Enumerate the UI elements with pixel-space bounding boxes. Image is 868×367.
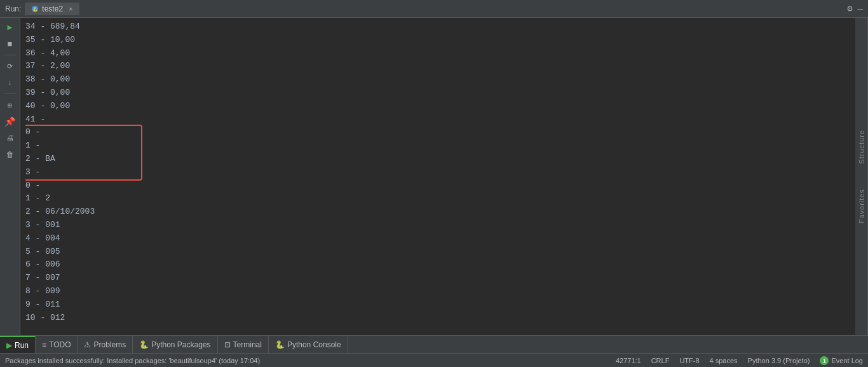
event-log-label: Event Log — [831, 357, 863, 364]
output-area: 34 - 689,84 35 - 10,00 36 - 4,00 37 - 2,… — [20, 18, 855, 335]
tab-todo[interactable]: ≡ TODO — [36, 336, 78, 353]
output-line: 10 - 012 — [25, 312, 850, 325]
tab-problems[interactable]: ⚠ Problems — [78, 336, 133, 353]
run-button[interactable]: ▶ — [3, 20, 17, 34]
run-tab[interactable]: 🐍 teste2 × — [25, 3, 79, 15]
status-message: Packages installed successfully: Install… — [5, 357, 616, 364]
toolbar-separator-2 — [4, 93, 16, 94]
rerun-button[interactable]: ⟳ — [3, 59, 17, 73]
print-button[interactable]: 🖨 — [3, 131, 17, 145]
tab-python-packages[interactable]: 🐍 Python Packages — [133, 336, 217, 353]
output-line: 36 - 4,00 — [25, 47, 850, 60]
output-line: 34 - 689,84 — [25, 20, 850, 34]
run-tab-icon: ▶ — [6, 341, 12, 350]
highlight-line: 0 - — [25, 126, 140, 139]
output-line: 37 - 2,00 — [25, 60, 850, 73]
status-right: 42771:1 CRLF UTF-8 4 spaces Python 3.9 (… — [616, 356, 863, 365]
run-tab-label: Run — [15, 341, 29, 350]
indent[interactable]: 4 spaces — [710, 357, 738, 364]
structure-label[interactable]: Structure — [858, 130, 865, 164]
output-line: 1 - 2 — [25, 192, 850, 205]
tab-name: teste2 — [42, 4, 63, 13]
todo-tab-label: TODO — [49, 340, 71, 349]
event-log[interactable]: 1 Event Log — [820, 356, 863, 365]
todo-tab-icon: ≡ — [42, 340, 46, 349]
output-line: 35 - 10,00 — [25, 34, 850, 47]
trash-button[interactable]: 🗑 — [3, 148, 17, 162]
encoding[interactable]: UTF-8 — [679, 357, 699, 364]
top-tab-bar: Run: 🐍 teste2 × ⚙ — — [0, 0, 868, 18]
stop-button[interactable]: ■ — [3, 37, 17, 51]
problems-tab-icon: ⚠ — [84, 340, 91, 349]
output-line: 4 - 004 — [25, 232, 850, 246]
python-icon: 🐍 — [31, 5, 39, 13]
highlight-line: 3 - — [25, 166, 140, 179]
bottom-toolbar: ▶ Run ≡ TODO ⚠ Problems 🐍 Python Package… — [0, 335, 868, 353]
tab-terminal[interactable]: ⊡ Terminal — [218, 336, 269, 353]
output-line: 7 - 007 — [25, 272, 850, 285]
output-line: 41 - — [25, 113, 850, 127]
output-line: 2 - 06/10/2003 — [25, 205, 850, 219]
output-line: 3 - 001 — [25, 219, 850, 232]
run-label: Run: — [5, 4, 21, 13]
python-console-label: Python Console — [287, 340, 341, 349]
side-panel: Structure Favorites — [855, 18, 868, 335]
output-lines-container: 34 - 689,84 35 - 10,00 36 - 4,00 37 - 2,… — [25, 20, 850, 333]
pin-button[interactable]: 📌 — [3, 114, 17, 128]
layout-button[interactable]: ⊞ — [3, 98, 17, 112]
highlight-line: 2 - BA — [25, 153, 140, 166]
cursor-position[interactable]: 42771:1 — [616, 357, 641, 364]
output-line: 38 - 0,00 — [25, 73, 850, 87]
svg-text:🐍: 🐍 — [32, 6, 38, 12]
output-line: 39 - 0,00 — [25, 87, 850, 100]
python-packages-label: Python Packages — [151, 340, 210, 349]
scroll-button[interactable]: ↓ — [3, 76, 17, 90]
python-version[interactable]: Python 3.9 (Projeto) — [748, 357, 810, 364]
tab-close-btn[interactable]: × — [69, 5, 72, 13]
highlighted-group: 0 - 1 - 2 - BA 3 - — [25, 126, 140, 179]
favorites-label[interactable]: Favorites — [858, 189, 865, 223]
left-toolbar: ▶ ■ ⟳ ↓ ⊞ 📌 🖨 🗑 — [0, 18, 20, 335]
output-line: 9 - 011 — [25, 298, 850, 312]
top-bar-actions: ⚙ — — [847, 3, 868, 14]
output-line: 5 - 005 — [25, 246, 850, 259]
terminal-icon: ⊡ — [224, 340, 231, 349]
status-bar: Packages installed successfully: Install… — [0, 353, 868, 367]
event-log-count: 1 — [820, 356, 829, 365]
output-line: 40 - 0,00 — [25, 100, 850, 113]
toolbar-separator-1 — [4, 55, 16, 55]
highlight-line: 1 - — [25, 139, 140, 153]
main-area: ▶ ■ ⟳ ↓ ⊞ 📌 🖨 🗑 34 - 689,84 35 - 10,00 3… — [0, 18, 868, 335]
tab-run[interactable]: ▶ Run — [0, 336, 36, 353]
line-ending[interactable]: CRLF — [651, 357, 670, 364]
output-line: 0 - — [25, 179, 850, 193]
terminal-label: Terminal — [233, 340, 262, 349]
python-packages-icon: 🐍 — [139, 340, 149, 349]
output-line: 8 - 009 — [25, 285, 850, 298]
python-console-icon: 🐍 — [275, 340, 285, 349]
tab-python-console[interactable]: 🐍 Python Console — [269, 336, 348, 353]
minimize-icon[interactable]: — — [858, 4, 863, 14]
settings-icon[interactable]: ⚙ — [847, 3, 852, 14]
output-line: 6 - 006 — [25, 258, 850, 272]
problems-tab-label: Problems — [93, 340, 126, 349]
